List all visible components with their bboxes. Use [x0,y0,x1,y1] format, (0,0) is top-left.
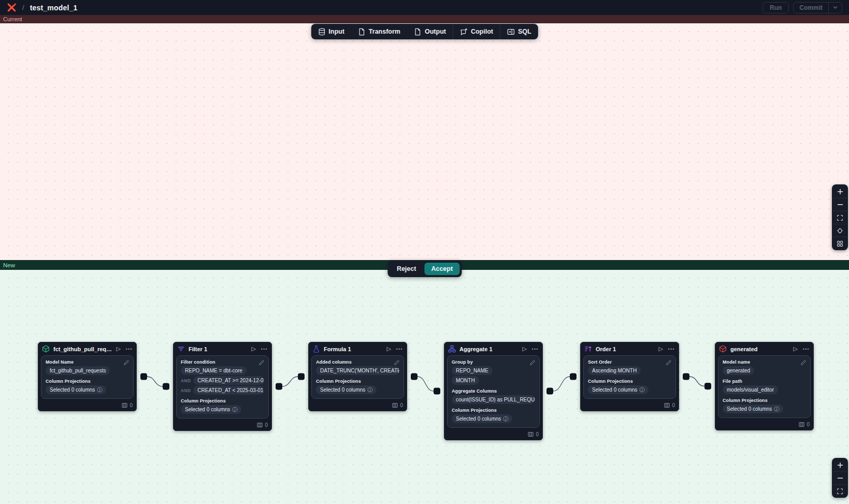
copilot-chat-icon [460,28,468,36]
node-toolbar: Input Transform Output Copilot SQL [311,24,538,39]
zoom-in-button[interactable] [832,458,847,471]
edit-pencil-icon[interactable] [529,359,536,366]
grid-icon [837,240,843,247]
pipeline-node-order-1[interactable]: Order 1▷⋯Sort OrderAscending MONTHColumn… [580,342,679,411]
value-chip[interactable]: Selected 0 columnsⓘ [316,385,377,394]
value-chip[interactable]: Selected 0 columnsⓘ [181,405,241,414]
run-node-button[interactable]: ▷ [793,346,798,352]
dbt-logo-icon[interactable] [7,3,17,12]
edit-pencil-icon[interactable] [394,359,400,366]
node-footer: 0 [309,401,407,411]
info-icon[interactable]: ⓘ [232,407,237,412]
info-icon[interactable]: ⓘ [639,387,644,393]
value-chip[interactable]: generated [723,366,754,375]
node-body: Model Namefct_github_pull_requestsColumn… [41,355,134,399]
pipeline-node-aggregate-1[interactable]: Aggregate 1▷⋯Group byREPO_NAMEMONTHAggre… [444,342,543,440]
value-chip[interactable]: Selected 0 columnsⓘ [588,385,649,394]
fit-view-icon [837,214,843,221]
run-node-button[interactable]: ▷ [386,346,392,352]
run-node-button[interactable]: ▷ [658,346,664,352]
field-label: Column Projections [316,379,399,384]
info-icon[interactable]: ⓘ [367,387,372,393]
node-header[interactable]: Order 1▷⋯ [581,342,679,355]
node-field: Column ProjectionsSelected 0 columnsⓘ [181,398,264,414]
toolbar-sql-button[interactable]: SQL [500,24,538,39]
field-label: Column Projections [723,398,806,403]
edit-pencil-icon[interactable] [666,359,672,366]
locate-icon [837,227,843,234]
run-node-button[interactable]: ▷ [522,346,527,352]
info-icon[interactable]: ⓘ [97,387,102,393]
zoom-in-button[interactable] [832,185,847,198]
plus-icon [837,462,844,469]
accept-button[interactable]: Accept [424,263,459,275]
fit-view-button[interactable] [832,484,847,497]
cube-icon [719,345,727,353]
node-body: Group byREPO_NAMEMONTHAggregate Columnsc… [447,355,540,428]
node-menu-button[interactable]: ⋯ [802,345,810,352]
reject-button[interactable]: Reject [390,263,424,275]
node-menu-button[interactable]: ⋯ [260,345,268,352]
toolbar-output-button[interactable]: Output [407,24,453,39]
node-header[interactable]: Filter 1▷⋯ [174,342,271,355]
column-count-value: 0 [807,422,810,427]
value-chip[interactable]: REPO_NAME = dbt-core [181,366,247,375]
toolbar-output-label: Output [425,28,446,35]
toolbar-input-button[interactable]: Input [311,24,351,39]
top-bar: / test_model_1 Run Commit [0,0,849,15]
pipeline-node-fct-github-pull-requests[interactable]: fct_github_pull_requests▷⋯Model Namefct_… [38,342,137,411]
toolbar-transform-button[interactable]: Transform [351,24,407,39]
run-node-button[interactable]: ▷ [251,346,256,352]
value-chip[interactable]: Selected 0 columnsⓘ [723,405,783,413]
column-count: 0 [257,422,268,428]
node-menu-button[interactable]: ⋯ [395,345,403,352]
locate-button[interactable] [832,224,847,237]
value-chip[interactable]: models/visual_editor [723,385,778,394]
value-chip[interactable]: Selected 0 columnsⓘ [46,385,106,394]
minus-icon [837,201,844,208]
value-chip[interactable]: MONTH [452,376,479,385]
pipeline-node-generated[interactable]: generated▷⋯Model namegeneratedFile pathm… [715,342,814,430]
toolbar-copilot-button[interactable]: Copilot [453,24,500,39]
flask-icon [312,345,320,353]
node-menu-button[interactable]: ⋯ [531,345,539,352]
fit-view-button[interactable] [832,211,847,224]
value-chip[interactable]: CREATED_AT < 2025-03-01 [193,386,264,395]
value-chip[interactable]: REPO_NAME [452,366,493,375]
cube-icon [42,345,50,353]
edit-pencil-icon[interactable] [258,359,265,366]
column-count-value: 0 [672,402,675,408]
node-header[interactable]: Formula 1▷⋯ [309,342,407,355]
zoom-out-button[interactable] [832,198,847,211]
minimap-grid-button[interactable] [832,237,847,250]
columns-icon [664,402,670,408]
node-header[interactable]: Aggregate 1▷⋯ [444,342,542,355]
edit-pencil-icon[interactable] [800,359,807,366]
commit-dropdown-button[interactable] [829,3,842,13]
value-chip[interactable]: Ascending MONTH [588,366,641,375]
node-menu-button[interactable]: ⋯ [667,345,675,352]
edit-pencil-icon[interactable] [123,359,129,366]
node-body: Filter conditionREPO_NAME = dbt-coreANDC… [176,355,269,419]
value-chip[interactable]: count(ISSUE_ID) as PULL_REQUEST_… [452,395,535,404]
commit-button[interactable]: Commit [794,3,828,13]
node-title: fct_github_pull_requests [53,346,112,352]
value-chip[interactable]: CREATED_AT >= 2024-12-01 [193,376,264,385]
node-menu-button[interactable]: ⋯ [125,345,133,352]
pipeline-node-formula-1[interactable]: Formula 1▷⋯Added columnsDATE_TRUNC('MONT… [308,342,407,411]
node-header[interactable]: generated▷⋯ [715,342,813,355]
run-node-button[interactable]: ▷ [116,346,121,352]
chevron-down-icon [832,5,838,10]
field-label: Aggregate Columns [452,388,535,394]
info-icon[interactable]: ⓘ [774,407,779,412]
node-header[interactable]: fct_github_pull_requests▷⋯ [38,342,136,355]
column-count: 0 [528,431,539,437]
pipeline-node-filter-1[interactable]: Filter 1▷⋯Filter conditionREPO_NAME = db… [173,342,272,431]
run-button[interactable]: Run [762,2,789,13]
value-chip[interactable]: fct_github_pull_requests [46,366,110,375]
info-icon[interactable]: ⓘ [503,416,508,422]
value-chip[interactable]: Selected 0 columnsⓘ [452,414,512,423]
zoom-out-button[interactable] [832,471,847,484]
value-chip[interactable]: DATE_TRUNC('MONTH', CREATED_AT… [316,366,399,375]
field-label: Group by [452,359,535,365]
